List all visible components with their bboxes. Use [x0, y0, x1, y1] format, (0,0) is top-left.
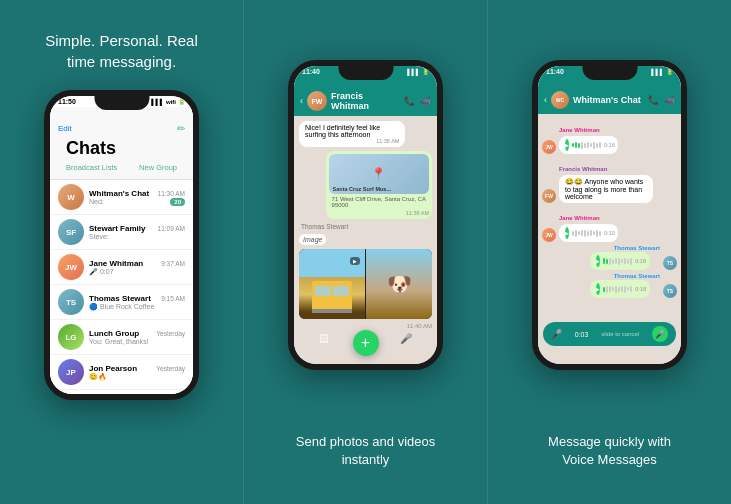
avatar-jane: JW	[58, 254, 84, 280]
chat-info-jon: Jon Pearson Yesterday 😊🔥	[89, 364, 185, 381]
chats-header: Edit ✏ Chats Broadcast Lists New Group	[50, 107, 193, 180]
voice-bubble-jane-2: ▶	[559, 224, 618, 242]
chat-name-lunch: Lunch Group	[89, 329, 139, 338]
phone-icon[interactable]: 📞	[404, 96, 415, 106]
chat-name-stewart-family: Stewart Family	[89, 224, 145, 233]
recording-mic-icon: 🎤	[551, 329, 562, 339]
photo-time: 11:40 AM	[299, 323, 432, 329]
play-button-thomas-1[interactable]: ▶	[596, 255, 600, 267]
messages-2: Nice! I definitely feel like surfing thi…	[294, 116, 437, 334]
chats-top-bar: Edit ✏	[58, 123, 185, 134]
sender-francis: Francis Whitman	[559, 166, 607, 172]
voice-video-icon[interactable]: 📹	[664, 95, 675, 105]
chats-title: Chats	[58, 136, 185, 161]
battery-icon: 🔋	[178, 98, 185, 105]
chat-item-lunch[interactable]: LG Lunch Group Yesterday You: Great, tha…	[50, 320, 193, 355]
status-bar-3: 11:40 ▌▌▌ 🔋	[538, 66, 681, 77]
voice-duration-thomas-1: 0:18	[635, 258, 646, 264]
chat-name-whitman: Whitman's Chat	[89, 189, 149, 198]
play-button-jane-2[interactable]: ▶	[565, 227, 569, 239]
status-bar-1: 11:50 ▌▌▌ wifi 🔋	[50, 96, 193, 107]
mini-avatar-thomas-2: TS	[663, 284, 677, 298]
chat-item-stewart-family[interactable]: SF Stewart Family 11:09 AM Steve:	[50, 215, 193, 250]
microphone-icon[interactable]: 🎤	[400, 333, 412, 344]
voice-bubble-thomas-2: ▶	[590, 280, 649, 298]
broadcast-lists-link[interactable]: Broadcast Lists	[66, 163, 117, 172]
chat-time-lunch: Yesterday	[156, 330, 185, 337]
chat-item-jon[interactable]: JP Jon Pearson Yesterday 😊🔥	[50, 355, 193, 390]
phone-2: 11:40 ▌▌▌ 🔋 ‹ FW Francis Whitman 📞 📹	[288, 60, 443, 370]
video-icon[interactable]: 📹	[420, 96, 431, 106]
chat-preview-whitman: Ned:	[89, 198, 104, 205]
voice-duration-jane-1: 0:16	[604, 142, 615, 148]
chat-item-jane[interactable]: JW Jane Whitman 9:37 AM 🎤 0:07	[50, 250, 193, 285]
chat-preview-lunch: You: Great, thanks!	[89, 338, 149, 345]
compose-icon[interactable]: ✏	[177, 123, 185, 134]
voice-back-icon[interactable]: ‹	[544, 95, 547, 105]
conv-battery-icon: 🔋	[422, 68, 429, 75]
voice-status-time: 11:40	[546, 68, 564, 75]
tram-photo-cell: ▶	[299, 249, 365, 319]
gallery-icon[interactable]: 🖼	[319, 333, 329, 344]
chats-sub: Broadcast Lists New Group	[58, 161, 185, 175]
phone-3: 11:40 ▌▌▌ 🔋 ‹ WC Whitman's Chat 📞 📹	[532, 60, 687, 370]
new-group-link[interactable]: New Group	[139, 163, 177, 172]
dog-photo-cell: 🐶	[366, 249, 432, 319]
signal-icon: ▌▌▌	[151, 99, 164, 105]
group-msg-thomas-1: Thomas Stewart ▶	[542, 245, 677, 270]
map-address: 71 West Cliff Drive, Santa Cruz, CA 9500…	[329, 194, 429, 210]
status-icons: ▌▌▌ wifi 🔋	[151, 98, 185, 105]
conv-icons: 📞 📹	[404, 96, 431, 106]
waveform-jane-1	[572, 141, 601, 149]
map-time: 11:38 AM	[329, 210, 429, 216]
sender-jane-1: Jane Whitman	[559, 127, 600, 133]
phone-1: 11:50 ▌▌▌ wifi 🔋 Edit ✏ Chats Broa	[44, 90, 199, 400]
recording-time: 0:03	[575, 331, 589, 338]
panel-2: 11:40 ▌▌▌ 🔋 ‹ FW Francis Whitman 📞 📹	[243, 0, 488, 504]
avatar-jon: JP	[58, 359, 84, 385]
chat-name-jane: Jane Whitman	[89, 259, 143, 268]
mic-active-button[interactable]: 🎤	[652, 326, 668, 342]
voice-duration-jane-2: 0:10	[604, 230, 615, 236]
slide-to-cancel-label: slide to cancel	[601, 331, 639, 337]
chat-time-stewart-family: 11:09 AM	[158, 225, 185, 232]
sender-thomas-2: Thomas Stewart	[590, 273, 660, 279]
map-label: Santa Cruz Surf Mus...	[333, 186, 391, 192]
chat-info-stewart-family: Stewart Family 11:09 AM Steve:	[89, 224, 185, 240]
panel-2-caption: Send photos and videos instantly	[286, 433, 446, 484]
panel-1-tagline: Simple. Personal. Real time messaging.	[35, 30, 208, 72]
edit-button[interactable]: Edit	[58, 124, 72, 133]
fab-compose-button[interactable]: +	[353, 330, 379, 356]
voice-conv-name: Whitman's Chat	[573, 95, 644, 105]
chat-list: W Whitman's Chat 11:30 AM Ned: 20	[50, 180, 193, 394]
play-button-jane-1[interactable]: ▶	[565, 139, 569, 151]
dog-photo: 🐶	[366, 249, 432, 319]
panel-3: 11:40 ▌▌▌ 🔋 ‹ WC Whitman's Chat 📞 📹	[488, 0, 731, 504]
voice-conv-avatar: WC	[551, 91, 569, 109]
photo-grid: ▶ 🐶	[299, 249, 432, 319]
sender-jane-2: Jane Whitman	[559, 215, 600, 221]
group-msg-jane-1: JW Jane Whitman ▶	[542, 118, 677, 154]
chat-item-thomas[interactable]: TS Thomas Stewart 9:15 AM 🔵 Blue Rock Co…	[50, 285, 193, 320]
conv-signal-icon: ▌▌▌	[407, 69, 420, 75]
voice-phone-icon[interactable]: 📞	[648, 95, 659, 105]
waveform-jane-2	[572, 229, 601, 237]
voice-bubble-jane-1: ▶	[559, 136, 618, 154]
chat-item-whitman[interactable]: W Whitman's Chat 11:30 AM Ned: 20	[50, 180, 193, 215]
play-button-thomas-2[interactable]: ▶	[596, 283, 600, 295]
back-icon[interactable]: ‹	[300, 96, 303, 106]
chat-preview-thomas: 🔵 Blue Rock Coffee	[89, 303, 154, 311]
message-map: 📍 Santa Cruz Surf Mus... 71 West Cliff D…	[326, 151, 432, 219]
waveform-thomas-1	[603, 257, 632, 265]
chat-item-alice[interactable]: A Alice Friday 😊😊	[50, 390, 193, 394]
chat-preview-jon: 😊🔥	[89, 373, 107, 381]
map-pin-icon: 📍	[371, 167, 386, 181]
sender-thomas-1: Thomas Stewart	[590, 245, 660, 251]
chat-name-jon: Jon Pearson	[89, 364, 137, 373]
panel-3-caption: Message quickly with Voice Messages	[538, 433, 681, 484]
thomas-sender-label: Thomas Stewart	[299, 223, 432, 230]
chat-info-lunch: Lunch Group Yesterday You: Great, thanks…	[89, 329, 185, 345]
app-container: Simple. Personal. Real time messaging. 1…	[0, 0, 731, 504]
status-time: 11:50	[58, 98, 76, 105]
text-bubble-francis: 😂😂 Anyone who wants to tag along is more…	[559, 175, 653, 203]
